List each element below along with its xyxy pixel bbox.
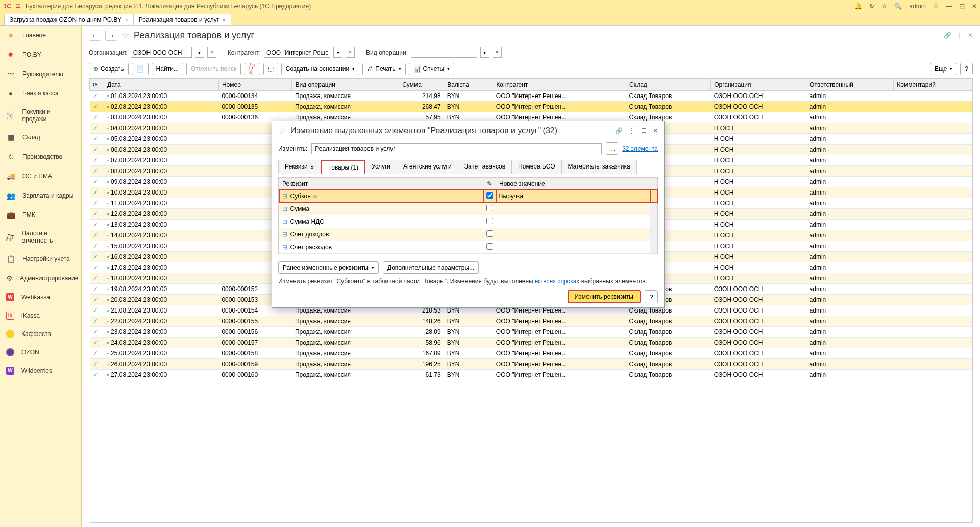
sidebar-item-ос-и-нма[interactable]: 🚚ОС и НМА <box>0 166 81 186</box>
change-input[interactable] <box>311 143 602 154</box>
help-button[interactable]: ? <box>960 63 973 75</box>
tab-close-icon[interactable]: × <box>222 17 225 23</box>
history-icon[interactable]: ↻ <box>869 3 874 10</box>
row-checkbox[interactable] <box>486 230 493 237</box>
copy-button[interactable]: 📄 <box>132 63 149 75</box>
op-dropdown[interactable]: ▾ <box>480 47 489 58</box>
op-input[interactable] <box>411 47 477 58</box>
org-input[interactable] <box>131 47 192 58</box>
find-button[interactable]: Найти... <box>152 63 183 75</box>
modal-tab-3[interactable]: Агентские услуги <box>397 160 458 174</box>
maximize-icon[interactable]: ◱ <box>959 3 965 10</box>
org-clear[interactable]: × <box>207 47 216 58</box>
sidebar-item-администрирование[interactable]: ⚙Администрирование <box>0 269 81 288</box>
row-checkbox[interactable] <box>486 192 493 199</box>
modal-row[interactable]: ⊟Счет доходов <box>279 228 657 241</box>
modal-link-icon[interactable]: 🔗 <box>615 127 623 134</box>
sidebar-item-производство[interactable]: ⛭Производство <box>0 147 81 166</box>
col-7[interactable]: Организация <box>711 79 806 91</box>
more-icon[interactable]: ⋮ <box>957 32 963 39</box>
sidebar-item-склад[interactable]: ▦Склад <box>0 128 81 147</box>
sidebar-item-руководителю[interactable]: 〜Руководителю <box>0 64 81 84</box>
contr-dropdown[interactable]: ▾ <box>333 47 342 58</box>
contr-clear[interactable]: × <box>346 47 355 58</box>
modal-maximize-icon[interactable]: ☐ <box>641 127 647 134</box>
modal-more-icon[interactable]: ⋮ <box>629 127 635 134</box>
contr-input[interactable] <box>264 47 330 58</box>
table-row[interactable]: ✓ ▫ 25.08.2024 23:00:00 0000-000158Прода… <box>90 348 972 359</box>
modal-row[interactable]: ⊟Субконто Выручка <box>279 190 657 203</box>
print-button[interactable]: 🖨Печать▾ <box>362 63 405 75</box>
modal-favorite-icon[interactable]: ☆ <box>278 125 286 136</box>
modal-tab-5[interactable]: Номера БСО <box>511 160 561 174</box>
close-icon[interactable]: ✕ <box>972 3 977 10</box>
sidebar-item-рмк[interactable]: 💼РМК <box>0 205 81 225</box>
table-row[interactable]: ✓ ▫ 02.08.2024 23:00:00 0000-000135Прода… <box>90 102 972 112</box>
col-4[interactable]: Валюта <box>444 79 493 91</box>
bell-icon[interactable]: 🔔 <box>854 3 862 10</box>
cancel-find-button[interactable]: Отменить поиск <box>186 63 241 75</box>
sidebar-item-покупки-и-продажи[interactable]: 🛒Покупки и продажи <box>0 103 81 128</box>
dt-kt-button[interactable]: ДтКт <box>244 63 260 75</box>
scroll-col[interactable] <box>650 178 657 190</box>
reports-button[interactable]: 📊Отчеты▾ <box>409 63 454 75</box>
prev-changed-button[interactable]: Ранее измененные реквизиты▾ <box>278 261 379 274</box>
more-button[interactable]: Еще▾ <box>930 63 957 75</box>
col-6[interactable]: Склад <box>626 79 711 91</box>
table-row[interactable]: ✓ ▫ 27.08.2024 23:00:00 0000-000160Прода… <box>90 370 972 380</box>
sidebar-item-webkassa[interactable]: WWebkassa <box>0 288 81 306</box>
tab-realization[interactable]: Реализация товаров и услуг × <box>133 14 231 25</box>
tab-ozon-load[interactable]: Загрузка продаж OZON по дням PO.BY × <box>4 14 134 25</box>
col-1[interactable]: Номер <box>218 79 291 91</box>
back-button[interactable]: ← <box>89 30 101 41</box>
col-requisite[interactable]: Реквизит <box>279 178 483 190</box>
table-row[interactable]: ✓ ▫ 24.08.2024 23:00:00 0000-000157Прода… <box>90 338 972 348</box>
sidebar-item-ozon[interactable]: OZON <box>0 343 81 362</box>
table-row[interactable]: ✓ ▫ 22.08.2024 23:00:00 0000-000155Прода… <box>90 316 972 327</box>
sidebar-item-настройки-учета[interactable]: 📋Настройки учета <box>0 249 81 269</box>
star-icon[interactable]: ☆ <box>881 3 887 10</box>
favorite-icon[interactable]: ☆ <box>121 30 130 41</box>
sidebar-item-банк-и-касса[interactable]: ●Банк и касса <box>0 84 81 103</box>
change-requisites-button[interactable]: Изменить реквизиты <box>568 290 641 303</box>
col-2[interactable]: Вид операции <box>292 79 399 91</box>
modal-tab-0[interactable]: Реквизиты <box>278 160 322 174</box>
sidebar-item-po.by[interactable]: ✸PO.BY <box>0 45 81 64</box>
table-row[interactable]: ✓ ▫ 01.08.2024 23:00:00 0000-000134Прода… <box>90 91 972 102</box>
extra-params-button[interactable]: Дополнительные параметры... <box>383 261 479 274</box>
search-icon[interactable]: 🔍 <box>894 3 902 10</box>
row-checkbox[interactable] <box>486 243 493 250</box>
col-0[interactable]: Дата↓ <box>104 79 219 91</box>
main-menu-icon[interactable]: ≡ <box>16 2 20 11</box>
modal-close-icon[interactable]: ✕ <box>653 127 658 134</box>
col-edit[interactable]: ✎ <box>483 178 496 190</box>
org-dropdown[interactable]: ▾ <box>195 47 204 58</box>
sidebar-item-каффеста[interactable]: Каффеста <box>0 325 81 343</box>
sidebar-item-главное[interactable]: ★Главное <box>0 26 81 45</box>
create-button[interactable]: ⊕Создать <box>89 63 129 75</box>
panel-icon[interactable]: ☰ <box>933 3 939 10</box>
sidebar-item-зарплата-и-кадры[interactable]: 👥Зарплата и кадры <box>0 186 81 205</box>
col-8[interactable]: Ответственный <box>806 79 894 91</box>
sidebar-item-налоги-и-отчетность[interactable]: ДтНалоги и отчетность <box>0 225 81 249</box>
modal-row[interactable]: ⊟Сумма <box>279 203 657 215</box>
tab-close-icon[interactable]: × <box>125 17 128 23</box>
modal-tab-6[interactable]: Материалы заказчика <box>561 160 637 174</box>
sidebar-item-wildberries[interactable]: WWildberries <box>0 362 81 380</box>
col-3[interactable]: Сумма <box>399 79 444 91</box>
col-status[interactable]: ⟳ <box>90 79 104 91</box>
structure-button[interactable]: ⬚ <box>263 63 278 75</box>
forward-button[interactable]: → <box>105 30 117 41</box>
modal-row[interactable]: ⊟Сумма НДС <box>279 215 657 228</box>
row-checkbox[interactable] <box>486 205 493 211</box>
col-new-value[interactable]: Новое значение <box>496 178 650 190</box>
modal-row[interactable]: ⊟Счет расходов <box>279 241 657 254</box>
modal-help-button[interactable]: ? <box>645 290 658 303</box>
row-checkbox[interactable] <box>486 218 493 224</box>
table-row[interactable]: ✓ ▫ 23.08.2024 23:00:00 0000-000156Прода… <box>90 327 972 338</box>
modal-tab-2[interactable]: Услуги <box>365 160 397 174</box>
minimize-icon[interactable]: — <box>946 3 952 10</box>
table-row[interactable]: ✓ ▫ 26.08.2024 23:00:00 0000-000159Прода… <box>90 359 972 370</box>
hint-link[interactable]: во всех строках <box>535 278 579 285</box>
link-icon[interactable]: 🔗 <box>944 32 951 39</box>
